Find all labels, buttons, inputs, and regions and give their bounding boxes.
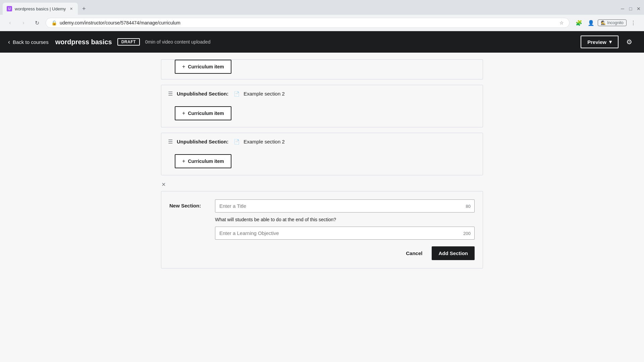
new-section-title-input[interactable] — [215, 199, 475, 213]
new-tab-button[interactable]: + — [79, 4, 89, 13]
curriculum-item-button-1[interactable]: + Curriculum item — [175, 106, 231, 120]
form-fields: 80 What will students be able to do at t… — [215, 199, 475, 260]
main-content: + Curriculum item ☰ Unpublished Section:… — [0, 53, 644, 362]
objective-char-count: 200 — [463, 231, 471, 236]
curriculum-item-label-1: Curriculum item — [188, 111, 224, 116]
learning-objective-input[interactable] — [215, 227, 475, 240]
tab-title: wordpress basics | Udemy — [15, 6, 66, 11]
section-body-2: + Curriculum item — [161, 150, 483, 175]
back-to-courses-label: Back to courses — [13, 39, 49, 45]
gear-icon: ⚙ — [626, 38, 632, 46]
curriculum-item-button-top[interactable]: + Curriculum item — [175, 60, 231, 74]
section-body-1: + Curriculum item — [161, 102, 483, 127]
menu-button[interactable]: ⋮ — [628, 17, 639, 28]
chevron-down-icon: ▾ — [609, 39, 612, 45]
bookmark-icon[interactable]: ☆ — [559, 20, 564, 25]
course-title: wordpress basics — [55, 38, 112, 46]
title-char-count: 80 — [466, 203, 471, 208]
close-row: × — [161, 181, 483, 188]
incognito-label: Incognito — [607, 20, 624, 25]
section-header-2: ☰ Unpublished Section: 📄 Example section… — [161, 133, 483, 150]
cancel-button[interactable]: Cancel — [400, 247, 428, 259]
profile-button[interactable]: 👤 — [586, 17, 596, 28]
section-label-1: Unpublished Section: — [177, 91, 228, 97]
forward-nav-button[interactable]: › — [19, 18, 28, 27]
plus-icon: + — [182, 64, 185, 70]
curriculum-item-label-2: Curriculum item — [188, 159, 224, 164]
section-header-1: ☰ Unpublished Section: 📄 Example section… — [161, 85, 483, 102]
back-nav-button[interactable]: ‹ — [5, 18, 15, 27]
learning-objective-question: What will students be able to do at the … — [215, 217, 475, 223]
new-section-form: New Section: 80 What will students be ab… — [161, 191, 483, 268]
browser-action-buttons: 🧩 👤 🕵 Incognito ⋮ — [574, 17, 639, 28]
back-arrow-icon: ‹ — [8, 39, 10, 46]
settings-button[interactable]: ⚙ — [623, 35, 636, 49]
header-actions: Preview ▾ ⚙ — [581, 35, 636, 49]
plus-icon-2: + — [182, 158, 185, 164]
plus-icon-1: + — [182, 110, 185, 116]
curriculum-item-button-2[interactable]: + Curriculum item — [175, 154, 231, 168]
incognito-icon: 🕵 — [601, 20, 606, 25]
profile-icon: 👤 — [588, 20, 594, 26]
address-bar-container: ‹ › ↻ 🔒 udemy.com/instructor/course/5784… — [0, 15, 644, 31]
title-input-wrapper: 80 — [215, 199, 475, 213]
preview-button[interactable]: Preview ▾ — [581, 36, 619, 48]
maximize-button[interactable]: □ — [628, 6, 633, 11]
section-icon-doc-2: 📄 — [234, 139, 239, 144]
partial-section-card: + Curriculum item — [161, 59, 483, 79]
partial-section-body: + Curriculum item — [161, 60, 483, 79]
draft-badge: DRAFT — [117, 38, 140, 46]
back-to-courses-link[interactable]: ‹ Back to courses — [8, 39, 49, 46]
curriculum-container: + Curriculum item ☰ Unpublished Section:… — [154, 53, 490, 275]
drag-icon-2: ☰ — [168, 138, 173, 145]
close-form-button[interactable]: × — [162, 181, 166, 188]
new-section-label: New Section: — [169, 199, 210, 208]
tab-bar: U wordpress basics | Udemy ✕ + ─ □ ✕ — [0, 0, 644, 15]
section-title-1: Example section 2 — [244, 91, 285, 97]
tab-close-button[interactable]: ✕ — [68, 6, 74, 11]
upload-info: 0min of video content uploaded — [145, 39, 211, 45]
add-section-button[interactable]: Add Section — [432, 246, 475, 260]
window-controls: ─ □ ✕ — [620, 6, 641, 11]
url-text: udemy.com/instructor/course/5784474/mana… — [60, 20, 557, 25]
section-icon-doc-1: 📄 — [234, 91, 239, 97]
preview-label: Preview — [587, 39, 606, 45]
section-label-2: Unpublished Section: — [177, 139, 228, 144]
close-window-button[interactable]: ✕ — [636, 6, 641, 11]
incognito-badge: 🕵 Incognito — [598, 19, 627, 26]
section-card-2: ☰ Unpublished Section: 📄 Example section… — [161, 133, 483, 175]
form-row-title: New Section: 80 What will students be ab… — [169, 199, 475, 260]
puzzle-icon: 🧩 — [576, 20, 582, 26]
section-title-2: Example section 2 — [244, 139, 285, 144]
form-actions: Cancel Add Section — [215, 246, 475, 260]
objective-input-wrapper: 200 — [215, 227, 475, 240]
document-icon-1: ☰ — [168, 90, 173, 97]
app-header: ‹ Back to courses wordpress basics DRAFT… — [0, 31, 644, 53]
active-tab[interactable]: U wordpress basics | Udemy ✕ — [3, 3, 78, 15]
lock-icon: 🔒 — [51, 20, 57, 25]
tab-favicon: U — [7, 6, 12, 11]
extensions-button[interactable]: 🧩 — [574, 17, 584, 28]
address-bar-actions: ☆ — [559, 20, 564, 25]
minimize-button[interactable]: ─ — [620, 6, 625, 11]
section-card-1: ☰ Unpublished Section: 📄 Example section… — [161, 85, 483, 127]
refresh-button[interactable]: ↻ — [32, 18, 42, 27]
address-bar[interactable]: 🔒 udemy.com/instructor/course/5784474/ma… — [46, 18, 570, 28]
curriculum-item-label: Curriculum item — [188, 64, 224, 69]
learning-objective-label: What will students be able to do at the … — [215, 217, 336, 222]
